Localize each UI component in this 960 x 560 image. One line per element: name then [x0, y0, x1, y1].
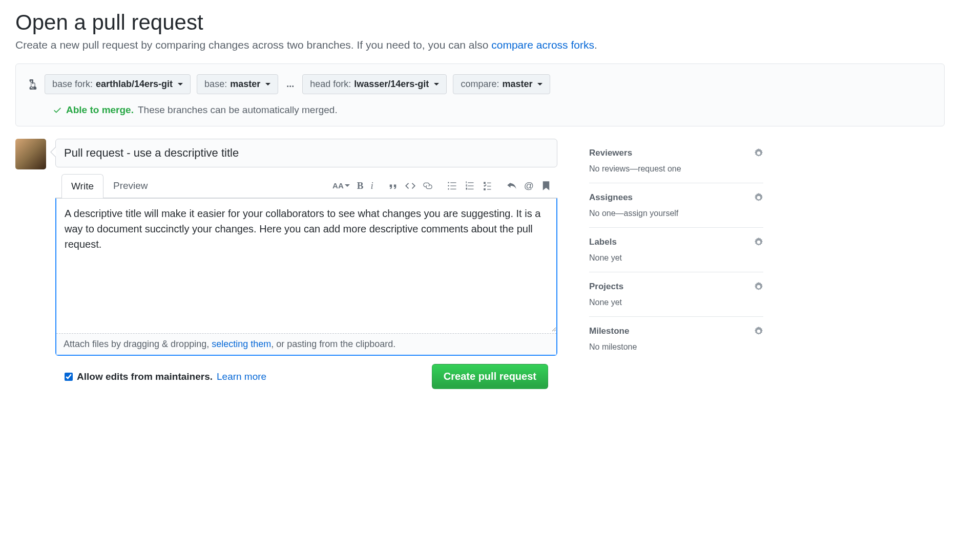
range-separator: ...	[284, 79, 296, 90]
base-fork-select[interactable]: base fork: earthlab/14ers-git	[45, 74, 191, 94]
gear-icon[interactable]	[754, 193, 763, 202]
allow-edits-row[interactable]: Allow edits from maintainers. Learn more	[65, 371, 266, 382]
pr-title-input[interactable]	[55, 139, 557, 167]
compare-value: master	[502, 79, 532, 90]
mention-icon[interactable]: @	[524, 180, 534, 191]
attach-suffix: , or pasting from the clipboard.	[271, 339, 395, 349]
gear-icon[interactable]	[754, 327, 763, 336]
projects-body: None yet	[589, 298, 763, 307]
task-list-icon[interactable]	[482, 181, 492, 191]
base-value: master	[230, 79, 260, 90]
reply-icon[interactable]	[507, 181, 517, 191]
bullet-list-icon[interactable]	[447, 181, 457, 191]
reviewers-title: Reviewers	[589, 148, 632, 158]
head-fork-value: lwasser/14ers-git	[354, 79, 429, 90]
milestone-title: Milestone	[589, 326, 629, 336]
allow-edits-label: Allow edits from maintainers.	[77, 371, 213, 382]
check-icon	[53, 105, 62, 115]
link-icon[interactable]	[423, 181, 433, 191]
assignees-title: Assignees	[589, 192, 633, 203]
tab-preview[interactable]: Preview	[103, 174, 158, 198]
create-pr-button[interactable]: Create pull request	[432, 364, 548, 389]
base-fork-value: earthlab/14ers-git	[96, 79, 173, 90]
gear-icon[interactable]	[754, 148, 763, 158]
git-compare-icon	[28, 79, 38, 90]
head-fork-label: head fork:	[310, 79, 351, 90]
code-icon[interactable]	[405, 181, 415, 191]
reviewers-body: No reviews—request one	[589, 164, 763, 174]
base-fork-label: base fork:	[52, 79, 93, 90]
chevron-down-icon	[265, 83, 270, 85]
head-fork-select[interactable]: head fork: lwasser/14ers-git	[302, 74, 447, 94]
chevron-down-icon	[434, 83, 439, 85]
merge-status: Able to merge. These branches can be aut…	[28, 104, 932, 116]
sidebar: Reviewers No reviews—request one Assigne…	[589, 139, 763, 397]
range-editor: base fork: earthlab/14ers-git base: mast…	[15, 63, 945, 126]
attach-hint[interactable]: Attach files by dragging & dropping, sel…	[56, 333, 556, 355]
subtitle-suffix: .	[594, 39, 597, 51]
merge-status-text: Able to merge.	[66, 104, 134, 116]
body-editor: Attach files by dragging & dropping, sel…	[55, 198, 557, 356]
subtitle-text: Create a new pull request by comparing c…	[15, 39, 491, 51]
avatar	[15, 139, 46, 169]
tab-write[interactable]: Write	[61, 174, 103, 198]
assign-yourself-link[interactable]: assign yourself	[624, 209, 679, 218]
sidebar-milestone: Milestone No milestone	[589, 317, 763, 361]
attach-select-link[interactable]: selecting them	[212, 339, 271, 349]
compare-label: compare:	[461, 79, 499, 90]
pr-body-textarea[interactable]	[56, 199, 556, 332]
page-title: Open a pull request	[15, 10, 945, 35]
base-branch-select[interactable]: base: master	[197, 74, 278, 94]
base-label: base:	[204, 79, 227, 90]
milestone-body: No milestone	[589, 342, 763, 352]
assignees-body: No one—assign yourself	[589, 209, 763, 218]
sidebar-projects: Projects None yet	[589, 272, 763, 317]
page-subtitle: Create a new pull request by comparing c…	[15, 39, 945, 51]
bookmark-icon[interactable]	[541, 181, 551, 191]
compare-branch-select[interactable]: compare: master	[453, 74, 550, 94]
labels-body: None yet	[589, 253, 763, 263]
chevron-down-icon	[537, 83, 542, 85]
editor-toolbar: AA B i	[332, 180, 551, 191]
gear-icon[interactable]	[754, 238, 763, 247]
compare-forks-link[interactable]: compare across forks	[491, 39, 594, 51]
sidebar-assignees: Assignees No one—assign yourself	[589, 183, 763, 228]
learn-more-link[interactable]: Learn more	[217, 371, 266, 382]
sidebar-labels: Labels None yet	[589, 228, 763, 272]
heading-icon[interactable]: AA	[332, 181, 350, 190]
pr-form: Write Preview AA B i	[55, 139, 557, 397]
editor-tabs: Write Preview AA B i	[55, 174, 557, 198]
allow-edits-checkbox[interactable]	[65, 373, 73, 381]
chevron-down-icon	[178, 83, 183, 85]
gear-icon[interactable]	[754, 282, 763, 291]
assignees-prefix: No one—	[589, 209, 624, 218]
merge-status-message: These branches can be automatically merg…	[138, 104, 338, 116]
labels-title: Labels	[589, 237, 617, 247]
attach-prefix: Attach files by dragging & dropping,	[64, 339, 212, 349]
numbered-list-icon[interactable]	[465, 181, 475, 191]
italic-icon[interactable]: i	[370, 180, 373, 191]
quote-icon[interactable]	[388, 181, 398, 191]
form-footer: Allow edits from maintainers. Learn more…	[55, 356, 557, 397]
sidebar-reviewers: Reviewers No reviews—request one	[589, 139, 763, 183]
projects-title: Projects	[589, 282, 623, 292]
bold-icon[interactable]: B	[357, 180, 364, 191]
